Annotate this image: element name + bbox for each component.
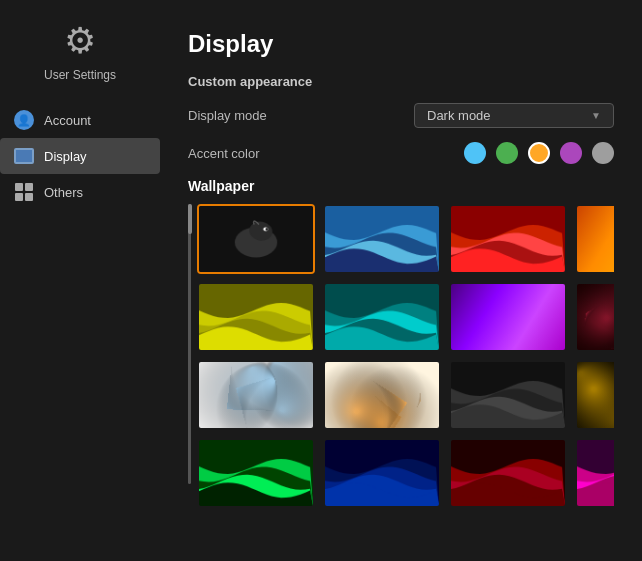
- scrollbar[interactable]: [188, 204, 191, 484]
- wallpaper-item-4[interactable]: [197, 282, 315, 352]
- wallpaper-item-0[interactable]: [197, 204, 315, 274]
- wallpaper-item-6[interactable]: [449, 282, 567, 352]
- accent-color-gray[interactable]: [592, 142, 614, 164]
- wallpaper-section: [188, 204, 614, 508]
- accent-color-row: Accent color: [188, 142, 614, 164]
- wallpaper-item-10[interactable]: [449, 360, 567, 430]
- sidebar-title: User Settings: [44, 68, 116, 82]
- wallpaper-grid: [197, 204, 614, 508]
- wallpaper-item-15[interactable]: [575, 438, 614, 508]
- main-content: Display Custom appearance Display mode D…: [160, 0, 642, 561]
- accent-color-key: Accent color: [188, 146, 260, 161]
- accent-color-green[interactable]: [496, 142, 518, 164]
- wallpaper-item-11[interactable]: [575, 360, 614, 430]
- display-mode-value: Dark mode: [427, 108, 491, 123]
- settings-gear-icon: ⚙: [64, 20, 96, 62]
- wallpaper-item-9[interactable]: [323, 360, 441, 430]
- wallpaper-item-12[interactable]: [197, 438, 315, 508]
- wallpaper-item-3[interactable]: [575, 204, 614, 274]
- sidebar-item-account[interactable]: 👤 Account: [0, 102, 160, 138]
- scrollbar-thumb: [188, 204, 192, 234]
- accent-color-picker: [464, 142, 614, 164]
- wallpaper-item-7[interactable]: [575, 282, 614, 352]
- wallpaper-item-2[interactable]: [449, 204, 567, 274]
- page-title: Display: [188, 30, 614, 58]
- sidebar-item-account-label: Account: [44, 113, 91, 128]
- sidebar-item-display[interactable]: Display: [0, 138, 160, 174]
- others-icon: [14, 182, 34, 202]
- wallpaper-item-1[interactable]: [323, 204, 441, 274]
- dropdown-arrow-icon: ▼: [591, 110, 601, 121]
- accent-color-orange[interactable]: [528, 142, 550, 164]
- display-mode-row: Display mode Dark mode ▼: [188, 103, 614, 128]
- display-mode-dropdown[interactable]: Dark mode ▼: [414, 103, 614, 128]
- sidebar-item-display-label: Display: [44, 149, 87, 164]
- wallpaper-item-14[interactable]: [449, 438, 567, 508]
- sidebar-item-others-label: Others: [44, 185, 83, 200]
- account-icon: 👤: [14, 110, 34, 130]
- accent-color-blue[interactable]: [464, 142, 486, 164]
- wallpaper-label: Wallpaper: [188, 178, 614, 194]
- display-icon: [14, 146, 34, 166]
- wallpaper-item-8[interactable]: [197, 360, 315, 430]
- wallpaper-item-5[interactable]: [323, 282, 441, 352]
- display-mode-key: Display mode: [188, 108, 267, 123]
- sidebar-item-others[interactable]: Others: [0, 174, 160, 210]
- accent-color-purple[interactable]: [560, 142, 582, 164]
- wallpaper-item-13[interactable]: [323, 438, 441, 508]
- sidebar: ⚙ User Settings 👤 Account Display Others: [0, 0, 160, 561]
- section-label: Custom appearance: [188, 74, 614, 89]
